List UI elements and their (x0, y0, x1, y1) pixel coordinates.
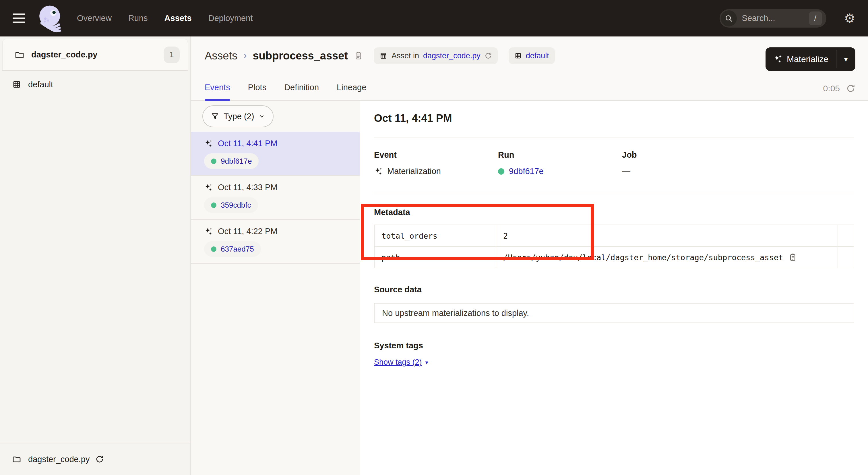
event-detail-title: Oct 11, 4:41 PM (374, 112, 854, 124)
code-location-link[interactable]: dagster_code.py (423, 51, 480, 60)
materialize-button[interactable]: Materialize (766, 48, 836, 71)
menu-icon[interactable] (12, 13, 25, 23)
storage-path-link[interactable]: /Users/yuhan/dev/local/dagster_home/stor… (503, 253, 783, 262)
top-navbar: Overview Runs Assets Deployment / ⚙ (0, 0, 868, 36)
job-column-label: Job (622, 150, 854, 160)
breadcrumb: Assets › subprocess_asset Asset in dagst… (205, 48, 555, 64)
search-input[interactable] (737, 13, 809, 23)
run-id-link[interactable]: 637aed75 (221, 245, 254, 254)
event-detail-panel: Oct 11, 4:41 PM Event Materialization Ru… (360, 101, 868, 475)
run-column-label: Run (498, 150, 622, 160)
event-type-filter-button[interactable]: Type (2) (203, 106, 274, 127)
tab-events[interactable]: Events (205, 83, 230, 100)
nav-item-runs[interactable]: Runs (128, 13, 148, 23)
sidebar-item-code-location[interactable]: dagster_code.py 1 (2, 39, 188, 71)
table-icon (379, 52, 388, 60)
materialization-sparkle-icon (204, 227, 213, 236)
refresh-countdown: 0:05 (823, 84, 840, 93)
dagster-logo[interactable] (35, 2, 65, 34)
materialization-sparkle-icon (204, 139, 213, 148)
filter-label: Type (2) (224, 112, 254, 121)
run-id-link[interactable]: 9dbf617e (509, 167, 544, 176)
materialization-sparkle-icon (374, 167, 383, 176)
run-badge[interactable]: 637aed75 (204, 241, 261, 257)
nav-item-assets[interactable]: Assets (164, 13, 192, 23)
run-status-dot (498, 168, 504, 175)
show-tags-label: Show tags (2) (374, 358, 422, 367)
sidebar-footer-code-location[interactable]: dagster_code.py (0, 443, 190, 475)
event-list-panel: Type (2) Oct 11, 4:41 PM 9dbf617e (191, 101, 360, 475)
asset-name-title: subprocess_asset (253, 50, 348, 62)
nav-item-deployment[interactable]: Deployment (208, 13, 253, 23)
run-column: Run 9dbf617e (498, 150, 622, 176)
sidebar-footer-label: dagster_code.py (28, 455, 90, 464)
metadata-key: total_orders (375, 225, 496, 246)
event-column-label: Event (374, 150, 498, 160)
folder-icon (12, 455, 21, 464)
source-data-empty-state: No upstream materializations to display. (374, 303, 854, 323)
event-timestamp: Oct 11, 4:41 PM (218, 139, 277, 148)
sidebar-item-label: default (28, 80, 53, 89)
sidebar-item-default-group[interactable]: default (0, 71, 190, 98)
asset-header: Assets › subprocess_asset Asset in dagst… (191, 36, 868, 71)
tab-definition[interactable]: Definition (284, 83, 319, 100)
tab-plots[interactable]: Plots (248, 83, 267, 100)
event-list-item[interactable]: Oct 11, 4:22 PM 637aed75 (191, 220, 360, 264)
job-column: Job — (622, 150, 854, 176)
event-timestamp: Oct 11, 4:22 PM (218, 227, 277, 236)
materialize-button-group: Materialize ▾ (766, 48, 856, 71)
caret-down-icon: ▾ (844, 55, 848, 64)
sidebar-item-label: dagster_code.py (31, 50, 164, 59)
job-value: — (622, 167, 630, 176)
copy-path-icon[interactable] (788, 253, 797, 262)
run-status-dot (211, 158, 216, 164)
asset-tabs-row: Events Plots Definition Lineage 0:05 (191, 71, 868, 101)
asset-in-prefix: Asset in (392, 51, 419, 60)
run-status-dot (211, 246, 216, 252)
refresh-icon[interactable] (846, 84, 856, 93)
search-bar[interactable]: / (720, 9, 826, 28)
materialization-sparkle-icon (773, 55, 782, 64)
table-row: total_orders 2 (375, 225, 854, 246)
search-shortcut-key: / (809, 11, 822, 25)
group-link[interactable]: default (526, 51, 549, 60)
metadata-key: path (375, 247, 496, 268)
reload-icon[interactable] (95, 455, 104, 464)
event-list-item[interactable]: Oct 11, 4:33 PM 359cdbfc (191, 176, 360, 220)
run-badge[interactable]: 359cdbfc (204, 197, 258, 213)
reload-icon[interactable] (485, 52, 492, 59)
asset-in-badge[interactable]: Asset in dagster_code.py (374, 48, 498, 64)
breadcrumb-assets-link[interactable]: Assets (205, 50, 237, 62)
show-tags-toggle[interactable]: Show tags (2) ▾ (374, 358, 428, 367)
event-list-item[interactable]: Oct 11, 4:41 PM 9dbf617e (191, 132, 360, 176)
table-row: path /Users/yuhan/dev/local/dagster_home… (375, 246, 854, 268)
run-id-link[interactable]: 359cdbfc (221, 201, 251, 210)
search-icon (721, 10, 737, 26)
metadata-value: 2 (503, 232, 508, 240)
run-id-link[interactable]: 9dbf617e (221, 157, 252, 166)
folder-icon (14, 50, 24, 60)
materialization-sparkle-icon (204, 183, 213, 192)
run-badge[interactable]: 9dbf617e (204, 153, 259, 169)
source-data-heading: Source data (374, 285, 854, 294)
materialize-label: Materialize (787, 54, 828, 64)
event-timestamp: Oct 11, 4:33 PM (218, 183, 277, 192)
event-column: Event Materialization (374, 150, 498, 176)
nav-item-overview[interactable]: Overview (77, 13, 112, 23)
metadata-heading: Metadata (374, 208, 854, 217)
asset-count-badge: 1 (164, 47, 180, 63)
breadcrumb-separator-icon: › (243, 50, 247, 62)
copy-asset-name-icon[interactable] (353, 51, 363, 60)
materialize-dropdown-button[interactable]: ▾ (836, 48, 856, 71)
caret-down-icon: ▾ (425, 359, 428, 366)
asset-sidebar: dagster_code.py 1 default dagster_code.p… (0, 36, 191, 475)
run-status-dot (211, 203, 216, 208)
system-tags-heading: System tags (374, 341, 854, 350)
group-badge[interactable]: default (508, 48, 555, 64)
tab-lineage[interactable]: Lineage (337, 83, 366, 100)
primary-nav: Overview Runs Assets Deployment (77, 13, 253, 23)
gear-icon[interactable]: ⚙ (844, 12, 856, 25)
asset-group-icon (12, 80, 21, 89)
event-type-value: Materialization (387, 167, 441, 176)
metadata-table: total_orders 2 path /Users/yuhan/dev/loc… (374, 225, 854, 268)
